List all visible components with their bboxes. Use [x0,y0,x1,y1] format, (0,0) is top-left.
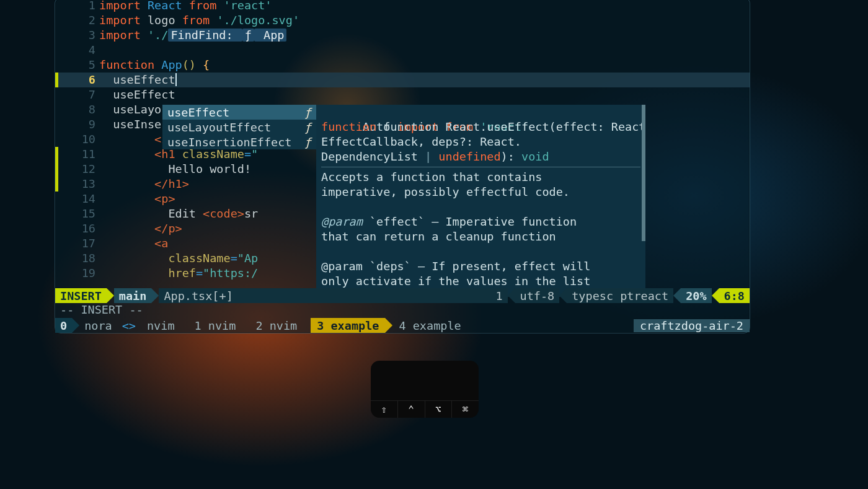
line-number: 9 [58,117,99,132]
line-number: 2 [58,13,99,28]
line-number: 7 [58,87,99,102]
doc-desc2: imperative, possibly effectful code. [321,185,570,200]
completion-popup[interactable]: useEffectƒuseLayoutEffectƒuseInsertionEf… [162,105,316,149]
keycast-overlay: ⇧⌃⌥⌘ [371,361,479,418]
keycast-key: ⌃ [398,401,425,418]
encoding-segment: utf-8 [515,288,560,303]
tmux-tab[interactable]: 1 nvim [188,318,242,333]
code-line[interactable]: 7 useEffect [55,87,750,102]
line-number: 5 [58,58,99,73]
code-line[interactable]: 4 [55,43,750,58]
mode-echo: -- INSERT -- [55,303,148,318]
keycast-key: ⌥ [425,401,453,418]
code-line[interactable]: 2import logo from './logo.svg' [55,13,750,28]
line-number: 16 [58,221,99,236]
line-number: 11 [58,147,99,162]
tmux-host: craftzdog-air-2 [634,319,750,332]
line-number: 10 [58,132,99,147]
completion-item[interactable]: useInsertionEffectƒ [162,134,316,149]
tmux-tab[interactable]: nvim [141,318,181,333]
line-number: 3 [58,28,99,43]
line-number: 14 [58,192,99,206]
percent-segment: 20% [681,288,711,303]
line-number: 19 [58,266,99,281]
tmux-tab[interactable]: 4 example [392,318,467,333]
line-number: 15 [58,206,99,221]
line-number: 13 [58,177,99,192]
completion-item[interactable]: useLayoutEffectƒ [162,120,316,134]
tmux-session[interactable]: 0 [55,318,72,333]
completion-item[interactable]: useEffectƒ [162,105,316,120]
code-line[interactable]: 1import React from 'react' [55,0,750,13]
tmux-tab[interactable]: 2 nvim [249,318,303,333]
diag-segment: 1 [490,288,507,303]
line-number: 1 [58,0,99,13]
mode-segment: INSERT [55,288,107,303]
tmux-statusline[interactable]: 0 nora <> nvim1 nvim2 nvim3 example4 exa… [55,318,750,333]
line-number: 6 [58,73,99,87]
code-line[interactable]: 5function App() { [55,58,750,73]
line-number: 17 [58,236,99,251]
code-line[interactable]: 6 useEffect [55,73,750,87]
cursorpos-segment: 6:8 [719,288,750,303]
doc-popup[interactable]: Auto import from 'react' function functi… [316,105,645,297]
line-number: 8 [58,102,99,117]
tmux-tab[interactable]: 3 example [311,318,385,333]
code-line[interactable]: 3import './FindFind: ƒ App [55,28,750,43]
line-number: 18 [58,251,99,266]
doc-sig1: function React.useEffect(effect: React. [383,120,645,133]
branch-segment: main [114,288,152,303]
doc-sig3a: DependencyList [321,149,418,164]
statusline: INSERT main App.tsx[+] 1 utf-8 typesc pt… [55,288,750,303]
file-segment: App.tsx[+] [159,288,237,303]
doc-desc1: Accepts a function that contains [321,170,542,185]
doc-scrollbar[interactable] [642,105,645,241]
tmux-prefix-glyph: <> [117,318,141,333]
line-number: 12 [58,162,99,177]
filetype-segment: typesc ptreact [567,288,673,303]
keycast-key: ⌘ [452,401,479,418]
tmux-session-name[interactable]: nora [79,318,117,333]
terminal-window: 1import React from 'react'2import logo f… [55,0,750,333]
doc-sig2: EffectCallback, deps?: React. [321,134,521,149]
line-number: 4 [58,43,99,58]
keycast-key: ⇧ [371,401,398,418]
